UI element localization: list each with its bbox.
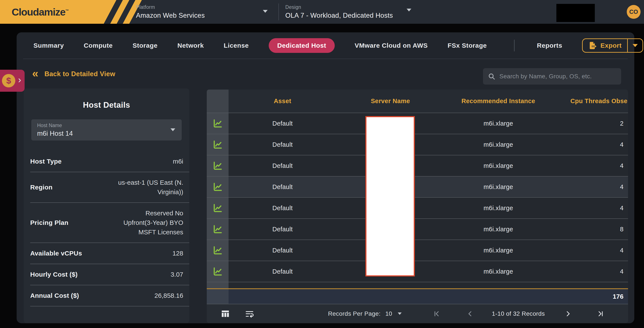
previous-page-icon[interactable] [466, 310, 474, 318]
threads-cell: 4 [552, 240, 624, 261]
asset-cell: Default [228, 176, 336, 197]
row-chart-cell[interactable] [207, 198, 228, 218]
trademark-symbol: ™ [66, 9, 69, 12]
chart-column-header [207, 90, 228, 113]
threads-cell: 4 [552, 134, 624, 155]
host-name-select[interactable]: Host Name m6i Host 14 [31, 119, 182, 140]
row-chart-cell[interactable] [207, 261, 228, 282]
row-chart-cell[interactable] [207, 240, 228, 261]
total-row-icon-cell [207, 289, 228, 304]
column-header-asset[interactable]: Asset [228, 90, 336, 113]
table-row[interactable]: Default m6i.xlarge 4 [207, 240, 628, 261]
instance-cell: m6i.xlarge [444, 219, 552, 240]
chevron-right-icon: › [18, 75, 21, 86]
instance-cell: m6i.xlarge [444, 261, 552, 282]
export-file-icon [588, 41, 597, 50]
row-chart-cell [207, 282, 228, 288]
table-row-highlighted[interactable]: Default m6i.xlarge 4 [207, 176, 628, 197]
table-row[interactable]: Default m6i.xlarge 4 [207, 155, 628, 176]
instance-cell: m6i.xlarge [444, 134, 552, 155]
design-selector[interactable]: Design OLA 7 - Workload, Dedicated Hosts [285, 4, 393, 20]
records-per-page-label: Records Per Page: [328, 310, 380, 317]
redacted-server-names [366, 116, 415, 276]
records-per-page-value[interactable]: 10 [385, 310, 392, 317]
table-row[interactable]: Default m6i.xlarge 8 [207, 218, 628, 240]
row-chart-cell[interactable] [207, 219, 228, 240]
tab-fsx-storage[interactable]: FSx Storage [448, 42, 487, 49]
table-row[interactable]: Default m6i.xlarge 4 [207, 197, 628, 218]
threads-cell: 2 [552, 113, 624, 134]
wrap-text-icon[interactable] [245, 309, 254, 318]
back-to-detailed-view-link[interactable]: « Back to Detailed View [32, 69, 115, 79]
pagination-range-label: 1-10 of 32 Records [492, 310, 545, 317]
platform-label: Platform [136, 4, 205, 10]
export-button[interactable]: Export [582, 38, 643, 53]
last-page-icon[interactable] [597, 310, 604, 318]
column-header-server-name[interactable]: Server Name [336, 90, 444, 113]
table-row[interactable]: Default m6i.xlarge 4 [207, 261, 628, 282]
user-avatar[interactable]: CO [627, 5, 640, 19]
asset-cell: Default [228, 155, 336, 176]
platform-selector[interactable]: Platform Amazon Web Services [136, 4, 205, 20]
search-box[interactable] [483, 68, 621, 84]
attr-label: Available vCPUs [30, 250, 82, 257]
attr-label: Pricing Plan [30, 219, 68, 226]
redacted-region [556, 4, 595, 22]
tab-license[interactable]: License [224, 42, 249, 49]
host-attr-row: Pricing Plan Reserved No Upfront(3-Year)… [30, 203, 189, 243]
attr-value: us-east-1 (US East (N. Virginia)) [118, 178, 183, 197]
app-header: Cloudamize™ Platform Amazon Web Services… [0, 0, 644, 24]
attr-label: Hourly Cost ($) [30, 271, 78, 278]
attr-value: 3.07 [171, 270, 183, 279]
export-dropdown-toggle[interactable] [628, 39, 642, 52]
export-main-action[interactable]: Export [583, 39, 627, 52]
chevron-down-icon [632, 44, 638, 47]
tab-vmware-cloud[interactable]: VMware Cloud on AWS [354, 42, 428, 49]
line-chart-icon [213, 118, 223, 128]
row-chart-cell[interactable] [207, 155, 228, 176]
chevron-down-icon [170, 128, 175, 131]
row-chart-cell[interactable] [207, 113, 228, 134]
table-row[interactable]: Default m6i.xlarge 4 [207, 134, 628, 155]
columns-icon[interactable] [220, 309, 230, 318]
attr-value: 26,858.16 [154, 291, 183, 300]
instance-cell: m6i.xlarge [444, 176, 552, 197]
tab-network[interactable]: Network [178, 42, 204, 49]
chevron-down-icon[interactable] [406, 9, 411, 12]
chevron-down-icon[interactable] [263, 10, 268, 13]
records-per-page-control[interactable]: Records Per Page: 10 [328, 310, 402, 317]
first-page-icon[interactable] [433, 310, 440, 318]
table-row-clipped [207, 282, 628, 288]
attr-label: Region [30, 184, 52, 191]
cost-side-tab[interactable]: $ › [0, 70, 24, 92]
line-chart-icon [213, 182, 223, 192]
row-chart-cell[interactable] [207, 134, 228, 155]
search-input[interactable] [500, 73, 616, 80]
tab-compute[interactable]: Compute [84, 42, 113, 49]
host-details-card: Host Details Host Name m6i Host 14 Host … [24, 88, 189, 323]
instance-cell: m6i.xlarge [444, 113, 552, 134]
column-header-recommended-instance[interactable]: Recommended Instance [444, 90, 552, 113]
tab-reports[interactable]: Reports [537, 42, 562, 49]
line-chart-icon [213, 245, 223, 255]
table-row[interactable]: Default m6i.xlarge 2 [207, 113, 628, 134]
threads-cell: 4 [552, 198, 624, 218]
next-page-icon[interactable] [564, 310, 572, 318]
table-header-row: Asset Server Name Recommended Instance C… [207, 90, 628, 113]
tab-dedicated-host[interactable]: Dedicated Host [269, 38, 335, 53]
nav-divider [514, 40, 514, 51]
brand-name: Cloudamize™ [12, 6, 68, 18]
asset-cell: Default [228, 219, 336, 240]
threads-cell: 4 [552, 155, 624, 176]
brand-logo: Cloudamize™ [0, 0, 160, 24]
row-chart-cell[interactable] [207, 176, 228, 197]
double-chevron-left-icon: « [32, 68, 38, 79]
tab-summary[interactable]: Summary [34, 42, 64, 49]
export-label: Export [600, 42, 622, 49]
column-header-cpu-threads[interactable]: Cpu Threads Obse [552, 90, 628, 113]
tab-storage[interactable]: Storage [132, 42, 158, 49]
line-chart-icon [213, 203, 223, 213]
line-chart-icon [213, 161, 223, 171]
host-attr-row: Region us-east-1 (US East (N. Virginia)) [30, 172, 189, 203]
nav-underline [23, 59, 628, 59]
